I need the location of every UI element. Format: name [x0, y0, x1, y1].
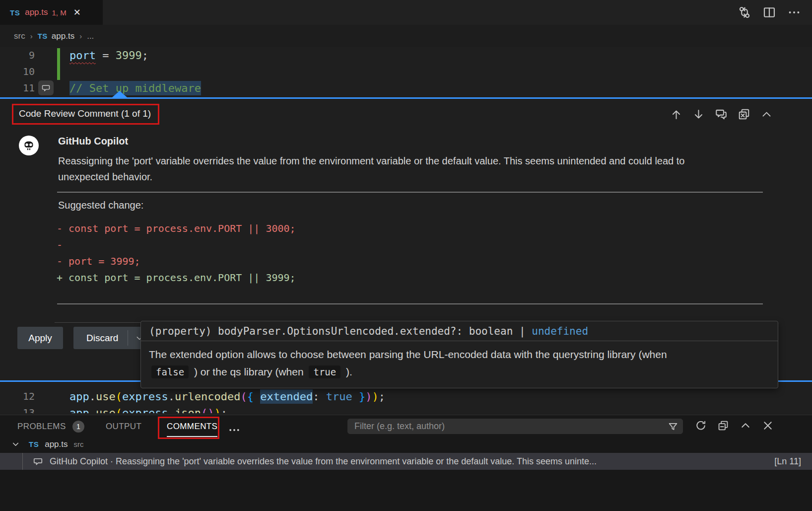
comment-widget-actions: [670, 108, 773, 121]
chevron-down-icon[interactable]: [11, 439, 20, 449]
comment-body: Reassigning the 'port' variable override…: [58, 153, 767, 185]
suggested-change-diff: - const port = process.env.PORT || 3000;…: [57, 220, 296, 286]
tab-close-icon[interactable]: ✕: [73, 7, 81, 18]
divider: [57, 192, 763, 193]
line-number: 13: [0, 405, 35, 413]
comment-discussion-icon[interactable]: [715, 108, 728, 121]
line-number: 9: [0, 47, 35, 64]
divider: [128, 330, 128, 346]
copilot-avatar: [19, 136, 39, 155]
editor-actions: [738, 5, 801, 19]
breadcrumb-more[interactable]: ...: [87, 31, 94, 41]
discard-split-button[interactable]: Discard: [73, 327, 150, 349]
line-number: 12: [0, 388, 35, 405]
suggested-change-label: Suggested change:: [58, 200, 143, 211]
typescript-file-icon: TS: [10, 8, 20, 17]
maximize-panel-icon[interactable]: [740, 420, 751, 432]
line-number: 11: [0, 80, 35, 96]
hover-tooltip: (property) bodyParser.OptionsUrlencoded.…: [140, 321, 778, 388]
comment-author: GitHub Copilot: [58, 136, 128, 147]
discard-button-label[interactable]: Discard: [86, 333, 118, 344]
typescript-file-icon: TS: [38, 32, 48, 40]
close-panel-icon[interactable]: [762, 420, 774, 432]
chevron-right-icon: ›: [30, 32, 33, 40]
code-line-12: 12 app.use(express.urlencoded({ extended…: [0, 388, 812, 405]
line-number: 10: [0, 64, 35, 80]
next-comment-icon[interactable]: [692, 108, 705, 121]
collapse-all-icon[interactable]: [717, 420, 729, 432]
code-text: app.use(express.urlencoded({ extended: t…: [69, 388, 385, 405]
split-editor-icon[interactable]: [762, 5, 776, 19]
compare-changes-icon[interactable]: [738, 5, 751, 19]
divider: [57, 303, 763, 304]
chevron-right-icon: ›: [79, 32, 82, 40]
bottom-panel: PROBLEMS 1 OUTPUT COMMENTS: [0, 415, 812, 511]
tab-decorations: 1, M: [52, 8, 66, 17]
tree-indent-guide: [22, 453, 23, 470]
breadcrumb-file[interactable]: app.ts: [52, 31, 74, 41]
code-editor[interactable]: 9 port = 3999; 10 11 // Set up middlewar…: [0, 47, 812, 97]
tab-problems[interactable]: PROBLEMS: [17, 422, 66, 432]
tooltip-description: The extended option allows to choose bet…: [141, 341, 778, 388]
code-line-9: 9 port = 3999;: [0, 47, 812, 64]
comment-widget-title: Code Review Comment (1 of 1): [19, 108, 151, 119]
more-tabs-icon[interactable]: [228, 424, 241, 437]
more-actions-icon[interactable]: [787, 5, 801, 19]
apply-button[interactable]: Apply: [17, 327, 63, 349]
close-all-comments-icon[interactable]: [738, 108, 750, 121]
comment-preview: GitHub Copilot · Reassigning the 'port' …: [50, 453, 750, 470]
problems-count-badge: 1: [72, 421, 84, 433]
collapse-widget-icon[interactable]: [760, 108, 773, 121]
comment-thread-gutter-button[interactable]: [38, 80, 54, 95]
comments-filter: [347, 419, 683, 434]
typescript-file-icon: TS: [29, 440, 39, 448]
refresh-icon[interactable]: [695, 420, 707, 432]
tooltip-signature: (property) bodyParser.OptionsUrlencoded.…: [141, 321, 778, 341]
previous-comment-icon[interactable]: [670, 108, 682, 121]
tab-title: app.ts: [25, 7, 48, 17]
tree-file-name: app.ts: [45, 439, 68, 449]
code-line-10: 10: [0, 64, 812, 80]
panel-actions: [695, 420, 774, 432]
tab-comments[interactable]: COMMENTS: [167, 422, 217, 437]
code-text: // Set up middleware: [69, 80, 201, 96]
annotation-box-title: Code Review Comment (1 of 1): [12, 104, 159, 125]
vscode-window: TS app.ts 1, M ✕: [0, 0, 812, 511]
editor-tab-bar: TS app.ts 1, M ✕: [0, 0, 812, 25]
comments-tree-file-row[interactable]: TS app.ts src: [0, 437, 812, 452]
code-text: port = 3999;: [69, 47, 148, 64]
comment-anchor-arrow: [112, 91, 127, 97]
comment-line-ref: [Ln 11]: [774, 453, 801, 470]
tab-app-ts[interactable]: TS app.ts 1, M ✕: [0, 0, 103, 25]
tab-output[interactable]: OUTPUT: [106, 422, 141, 432]
code-text: app.use(express.json());: [69, 405, 227, 413]
comment-icon: [33, 456, 43, 467]
comments-tree-comment-row[interactable]: GitHub Copilot · Reassigning the 'port' …: [0, 453, 812, 470]
code-line-13-partial: 13 app.use(express.json());: [0, 405, 812, 413]
breadcrumb-folder[interactable]: src: [14, 31, 25, 41]
filter-funnel-icon[interactable]: [668, 421, 678, 432]
breadcrumb: src › TS app.ts › ...: [0, 25, 812, 47]
filter-input[interactable]: [347, 419, 683, 434]
tree-file-path: src: [73, 440, 83, 448]
divider: [55, 322, 140, 323]
